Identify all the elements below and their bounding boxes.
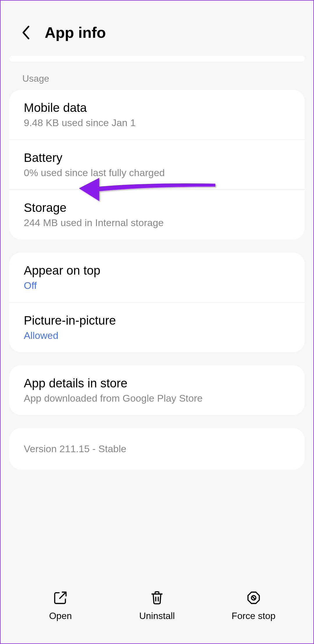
force-stop-button[interactable]: Force stop bbox=[205, 590, 302, 621]
item-title: App details in store bbox=[24, 376, 290, 390]
action-label: Force stop bbox=[232, 611, 275, 621]
storage-item[interactable]: Storage 244 MB used in Internal storage bbox=[9, 189, 305, 239]
spacer bbox=[9, 56, 305, 62]
battery-item[interactable]: Battery 0% used since last fully charged bbox=[9, 139, 305, 189]
item-title: Picture-in-picture bbox=[24, 314, 290, 328]
item-title: Storage bbox=[24, 201, 290, 215]
section-label-usage: Usage bbox=[1, 62, 313, 90]
stop-icon bbox=[246, 590, 261, 605]
bottom-bar: Open Uninstall Force stop bbox=[1, 571, 313, 643]
display-card: Appear on top Off Picture-in-picture All… bbox=[9, 253, 305, 352]
item-subtitle: 244 MB used in Internal storage bbox=[24, 217, 290, 228]
item-subtitle: App downloaded from Google Play Store bbox=[24, 393, 290, 404]
store-card: App details in store App downloaded from… bbox=[9, 365, 305, 415]
item-status: Allowed bbox=[24, 330, 290, 341]
item-status: Off bbox=[24, 280, 290, 291]
item-title: Mobile data bbox=[24, 101, 290, 115]
version-card: Version 211.15 - Stable bbox=[9, 428, 305, 470]
item-subtitle: 0% used since last fully charged bbox=[24, 167, 290, 178]
action-label: Uninstall bbox=[139, 611, 175, 621]
item-title: Battery bbox=[24, 151, 290, 165]
header: App info bbox=[1, 1, 313, 56]
trash-icon bbox=[149, 590, 165, 605]
back-icon[interactable] bbox=[21, 25, 30, 40]
item-title: Appear on top bbox=[24, 264, 290, 278]
uninstall-button[interactable]: Uninstall bbox=[109, 590, 205, 621]
open-button[interactable]: Open bbox=[12, 590, 109, 621]
picture-in-picture-item[interactable]: Picture-in-picture Allowed bbox=[9, 302, 305, 352]
item-subtitle: 9.48 KB used since Jan 1 bbox=[24, 117, 290, 128]
app-details-item[interactable]: App details in store App downloaded from… bbox=[9, 365, 305, 415]
appear-on-top-item[interactable]: Appear on top Off bbox=[9, 253, 305, 302]
action-label: Open bbox=[49, 611, 72, 621]
page-title: App info bbox=[45, 24, 106, 41]
open-icon bbox=[53, 590, 68, 605]
version-text: Version 211.15 - Stable bbox=[9, 428, 305, 470]
usage-card: Mobile data 9.48 KB used since Jan 1 Bat… bbox=[9, 90, 305, 239]
mobile-data-item[interactable]: Mobile data 9.48 KB used since Jan 1 bbox=[9, 90, 305, 139]
